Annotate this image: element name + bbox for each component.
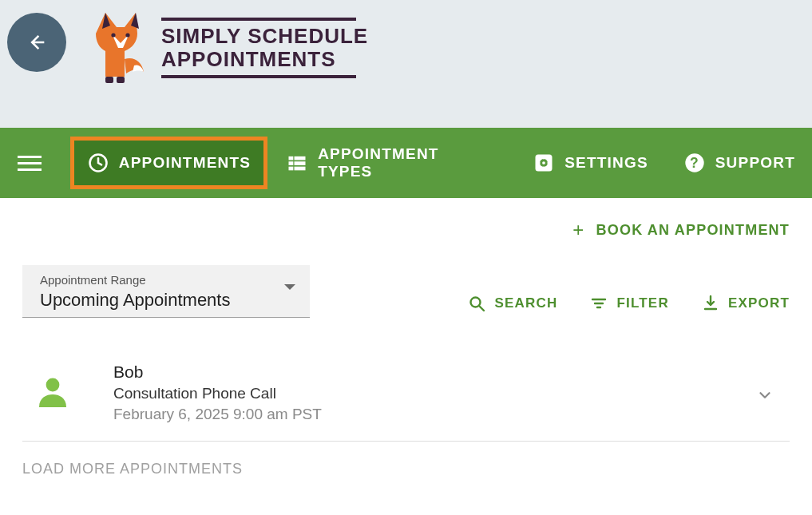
filter-icon — [589, 294, 608, 313]
chevron-down-icon — [756, 386, 774, 404]
gear-icon — [533, 152, 555, 174]
nav-appointment-types[interactable]: APPOINTMENT TYPES — [269, 130, 514, 196]
nav-label: APPOINTMENTS — [119, 154, 251, 172]
svg-line-21 — [479, 306, 484, 311]
nav-label: SUPPORT — [715, 154, 795, 172]
svg-rect-9 — [289, 167, 294, 171]
svg-rect-14 — [543, 156, 545, 160]
appointment-row[interactable]: Bob Consultation Phone Call February 6, … — [22, 356, 790, 442]
svg-rect-5 — [289, 156, 294, 160]
menu-toggle-button[interactable] — [18, 145, 53, 180]
svg-point-26 — [46, 378, 60, 392]
list-icon — [286, 152, 308, 174]
svg-rect-17 — [548, 162, 551, 164]
chevron-down-icon — [284, 284, 295, 290]
search-icon — [467, 294, 486, 313]
main-navbar: APPOINTMENTS APPOINTMENT TYPES SETTINGS … — [0, 128, 812, 198]
svg-rect-16 — [537, 162, 541, 164]
download-icon — [701, 294, 720, 313]
svg-rect-15 — [543, 167, 545, 170]
header-area: SIMPLY SCHEDULE APPOINTMENTS — [0, 0, 812, 128]
book-label: BOOK AN APPOINTMENT — [596, 222, 790, 239]
svg-rect-8 — [295, 161, 306, 165]
book-appointment-button[interactable]: + BOOK AN APPOINTMENT — [572, 220, 790, 240]
appointment-datetime: February 6, 2025 9:00 am PST — [113, 406, 756, 423]
nav-support[interactable]: ? SUPPORT — [667, 137, 812, 189]
range-value: Upcoming Appointments — [40, 290, 297, 311]
svg-point-0 — [111, 33, 115, 37]
content-area: + BOOK AN APPOINTMENT Appointment Range … — [0, 198, 812, 500]
filter-button[interactable]: FILTER — [589, 294, 668, 313]
appointment-type: Consultation Phone Call — [113, 385, 756, 402]
filter-label: FILTER — [616, 295, 668, 311]
fox-logo-icon — [86, 11, 150, 85]
nav-appointments[interactable]: APPOINTMENTS — [70, 137, 267, 189]
logo-line2: APPOINTMENTS — [161, 49, 368, 70]
appointment-range-select[interactable]: Appointment Range Upcoming Appointments — [22, 265, 310, 318]
nav-label: SETTINGS — [564, 154, 648, 172]
help-icon: ? — [683, 152, 706, 174]
export-button[interactable]: EXPORT — [701, 294, 790, 313]
nav-settings[interactable]: SETTINGS — [516, 137, 665, 189]
avatar — [34, 372, 72, 414]
search-label: SEARCH — [494, 295, 557, 311]
load-more-button[interactable]: LOAD MORE APPOINTMENTS — [22, 461, 790, 477]
app-logo: SIMPLY SCHEDULE APPOINTMENTS — [86, 11, 368, 85]
svg-text:?: ? — [690, 155, 699, 171]
svg-rect-7 — [289, 161, 294, 165]
back-button[interactable] — [7, 13, 66, 72]
range-label: Appointment Range — [40, 273, 297, 287]
arrow-left-icon — [26, 31, 48, 53]
appointments-list: Bob Consultation Phone Call February 6, … — [22, 356, 790, 442]
svg-rect-10 — [295, 167, 306, 171]
export-label: EXPORT — [728, 295, 790, 311]
logo-line1: SIMPLY SCHEDULE — [161, 26, 368, 47]
svg-rect-6 — [295, 156, 306, 160]
search-button[interactable]: SEARCH — [467, 294, 557, 313]
svg-rect-3 — [117, 77, 125, 83]
svg-point-1 — [125, 33, 129, 37]
person-icon — [34, 372, 72, 410]
svg-rect-2 — [105, 77, 113, 83]
appointment-customer-name: Bob — [113, 362, 756, 382]
nav-label: APPOINTMENT TYPES — [318, 145, 497, 180]
svg-point-13 — [542, 161, 545, 164]
expand-row-button[interactable] — [756, 386, 774, 407]
plus-icon: + — [572, 220, 584, 240]
clock-icon — [87, 152, 109, 174]
